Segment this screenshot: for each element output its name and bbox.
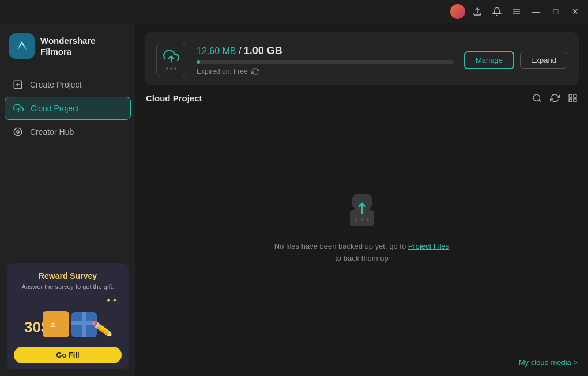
avatar-icon[interactable] [450, 3, 466, 20]
my-cloud-media-link[interactable]: My cloud media > [519, 358, 578, 367]
storage-separator: / [239, 46, 244, 56]
reward-section: Reward Survey Answer the survey to get t… [0, 256, 135, 376]
create-project-icon [13, 79, 23, 90]
empty-message: No files have been backed up yet, go to … [274, 241, 450, 265]
maximize-button[interactable]: □ [548, 3, 564, 20]
logo-icon [9, 33, 35, 59]
app-name: Wondershare Filmora [40, 35, 96, 58]
storage-card: 12.60 MB / 1.00 GB Expired on: Free [145, 32, 579, 85]
upload-icon[interactable] [469, 3, 485, 20]
svg-rect-19 [574, 99, 576, 102]
sidebar-nav: Create Project Cloud Project [0, 69, 135, 147]
cloud-drive-icon [156, 43, 186, 77]
svg-point-22 [355, 218, 357, 221]
project-files-link[interactable]: Project Files [408, 242, 450, 250]
create-project-label: Create Project [30, 80, 81, 89]
search-icon[interactable] [532, 93, 542, 103]
sidebar-item-create-project[interactable]: Create Project [5, 74, 131, 96]
storage-progress-bar [197, 60, 454, 64]
reward-amazon-box: a [43, 311, 69, 337]
svg-point-10 [14, 128, 22, 136]
sidebar-item-creator-hub[interactable]: Creator Hub [5, 121, 131, 143]
reward-illustration: 30$ a ✏️ ✦ [14, 296, 122, 342]
svg-point-24 [367, 218, 369, 221]
empty-state: No files have been backed up yet, go to … [145, 111, 579, 348]
svg-point-9 [17, 131, 20, 134]
cloud-project-title: Cloud Project [146, 93, 202, 103]
svg-rect-17 [574, 94, 576, 97]
sidebar: Wondershare Filmora Create Project [0, 23, 135, 376]
content-area: 12.60 MB / 1.00 GB Expired on: Free [135, 23, 588, 376]
content-footer: My cloud media > [145, 356, 579, 367]
sidebar-item-cloud-project[interactable]: Cloud Project [5, 97, 131, 120]
manage-button[interactable]: Manage [464, 51, 514, 69]
empty-cloud-icon [344, 194, 380, 233]
reward-pencil-icon: ✏️ [91, 318, 114, 340]
reward-stars: ✦ ✦ [106, 297, 117, 303]
svg-point-23 [361, 218, 363, 221]
close-button[interactable]: ✕ [567, 3, 583, 20]
storage-expired: Expired on: Free [197, 67, 454, 75]
notification-icon[interactable] [489, 3, 505, 20]
svg-rect-4 [14, 38, 30, 54]
svg-rect-11 [48, 316, 64, 332]
cloud-project-icon [13, 103, 24, 113]
section-action-buttons [532, 93, 578, 103]
main-layout: Wondershare Filmora Create Project [0, 23, 588, 376]
title-bar: — □ ✕ [0, 0, 588, 23]
cloud-project-label: Cloud Project [31, 104, 79, 113]
creator-hub-icon [13, 127, 23, 137]
grid-view-icon[interactable] [568, 93, 578, 103]
refresh-icon[interactable] [550, 93, 560, 103]
svg-point-14 [533, 94, 540, 101]
svg-line-15 [539, 100, 541, 102]
storage-size-display: 12.60 MB / 1.00 GB [197, 45, 454, 57]
minimize-button[interactable]: — [528, 3, 544, 20]
app-logo: Wondershare Filmora [0, 23, 135, 69]
reward-go-button[interactable]: Go Fill [14, 347, 122, 363]
cloud-project-header: Cloud Project [145, 93, 579, 103]
storage-actions: Manage Expand [464, 51, 567, 69]
svg-text:a: a [51, 321, 55, 329]
reward-description: Answer the survey to get the gift. [14, 283, 122, 291]
reward-card: Reward Survey Answer the survey to get t… [7, 263, 129, 369]
storage-total: 1.00 GB [244, 45, 282, 56]
reward-title: Reward Survey [14, 271, 122, 280]
menu-icon[interactable] [508, 3, 525, 20]
storage-info: 12.60 MB / 1.00 GB Expired on: Free [197, 45, 454, 75]
storage-bar-fill [197, 60, 200, 64]
svg-rect-18 [569, 99, 572, 102]
storage-used: 12.60 MB [197, 46, 236, 56]
svg-rect-16 [569, 94, 572, 97]
expand-button[interactable]: Expand [520, 52, 567, 69]
creator-hub-label: Creator Hub [30, 127, 74, 136]
